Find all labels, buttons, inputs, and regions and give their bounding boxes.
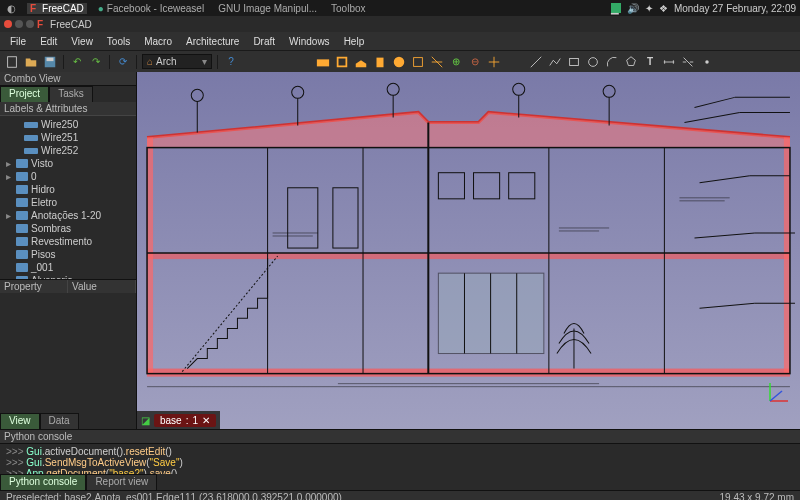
- tab-python-console[interactable]: Python console: [0, 474, 86, 490]
- arch-window-icon[interactable]: [410, 54, 426, 70]
- tray-network-icon[interactable]: ▁: [611, 3, 621, 13]
- tree-item-wire[interactable]: Wire252: [0, 144, 136, 157]
- viewport-3d[interactable]: ◪ base : 1 ✕: [137, 72, 800, 429]
- tree-item-folder[interactable]: ▸0: [0, 170, 136, 183]
- workbench-select[interactable]: ⌂Arch▾: [142, 54, 212, 69]
- taskbar-clock[interactable]: Monday 27 February, 22:09: [674, 3, 796, 14]
- refresh-icon[interactable]: ⟳: [115, 54, 131, 70]
- arch-remove-icon[interactable]: ⊖: [467, 54, 483, 70]
- svg-rect-24: [288, 188, 318, 248]
- window-min-icon[interactable]: [15, 20, 23, 28]
- arch-add-icon[interactable]: ⊕: [448, 54, 464, 70]
- draft-text-icon[interactable]: T: [642, 54, 658, 70]
- tree-item-wire[interactable]: Wire250: [0, 118, 136, 131]
- menu-draft[interactable]: Draft: [247, 34, 281, 49]
- menu-macro[interactable]: Macro: [138, 34, 178, 49]
- tray-misc-icon[interactable]: ✦: [645, 3, 653, 14]
- draft-dim-icon[interactable]: [661, 54, 677, 70]
- taskbar-app-browser[interactable]: ● Facebook - Iceweasel: [95, 3, 207, 14]
- tree-item-folder[interactable]: Eletro: [0, 196, 136, 209]
- arch-floor-icon[interactable]: [353, 54, 369, 70]
- arch-building-icon[interactable]: [372, 54, 388, 70]
- tree-item-folder[interactable]: Sombras: [0, 222, 136, 235]
- svg-rect-12: [147, 138, 153, 374]
- taskbar-app-freecad[interactable]: FFreeCAD: [27, 3, 87, 14]
- os-taskbar: ◐ FFreeCAD ● Facebook - Iceweasel GNU Im…: [0, 0, 800, 16]
- whatsthis-icon[interactable]: ?: [223, 54, 239, 70]
- svg-line-30: [182, 256, 277, 372]
- svg-line-62: [770, 391, 782, 401]
- tab-data[interactable]: Data: [40, 413, 79, 429]
- axes-indicator: [764, 377, 794, 407]
- arch-struct-icon[interactable]: [334, 54, 350, 70]
- svg-rect-3: [317, 59, 329, 66]
- undo-icon[interactable]: ↶: [69, 54, 85, 70]
- taskbar-app-toolbox[interactable]: Toolbox: [328, 3, 368, 14]
- tree-item-wire[interactable]: Wire251: [0, 131, 136, 144]
- layer-icon[interactable]: ◪: [141, 415, 150, 426]
- menu-help[interactable]: Help: [338, 34, 371, 49]
- draft-polygon-icon[interactable]: [623, 54, 639, 70]
- property-panel[interactable]: [0, 293, 136, 413]
- tab-project[interactable]: Project: [0, 86, 49, 102]
- menu-tools[interactable]: Tools: [101, 34, 136, 49]
- svg-rect-26: [438, 273, 543, 353]
- svg-line-42: [695, 97, 735, 107]
- svg-point-40: [603, 85, 615, 97]
- svg-line-48: [695, 233, 755, 238]
- draft-wire-icon[interactable]: [547, 54, 563, 70]
- save-icon[interactable]: [42, 54, 58, 70]
- draft-line-icon[interactable]: [528, 54, 544, 70]
- draft-point-icon[interactable]: [699, 54, 715, 70]
- new-icon[interactable]: [4, 54, 20, 70]
- taskbar-app-gimp[interactable]: GNU Image Manipul...: [215, 3, 320, 14]
- arch-wall-icon[interactable]: [315, 54, 331, 70]
- draft-circle-icon[interactable]: [585, 54, 601, 70]
- model-tree[interactable]: Wire250 Wire251 Wire252 ▸Visto ▸0 Hidro …: [0, 116, 136, 279]
- tree-item-folder[interactable]: Revestimento: [0, 235, 136, 248]
- main-toolbar: ↶ ↷ ⟳ ⌂Arch▾ ? ⊕ ⊖ T: [0, 50, 800, 72]
- tree-item-folder[interactable]: ▸Visto: [0, 157, 136, 170]
- tab-tasks[interactable]: Tasks: [49, 86, 93, 102]
- svg-rect-22: [474, 173, 500, 199]
- tab-report-view[interactable]: Report view: [86, 474, 157, 490]
- menu-file[interactable]: File: [4, 34, 32, 49]
- property-header: PropertyValue: [0, 279, 136, 293]
- window-title: FreeCAD: [50, 19, 92, 30]
- tray-volume-icon[interactable]: 🔊: [627, 3, 639, 14]
- menu-windows[interactable]: Windows: [283, 34, 336, 49]
- window-max-icon[interactable]: [26, 20, 34, 28]
- svg-line-50: [700, 303, 755, 308]
- svg-rect-10: [147, 369, 790, 377]
- menu-edit[interactable]: Edit: [34, 34, 63, 49]
- open-icon[interactable]: [23, 54, 39, 70]
- close-icon[interactable]: ✕: [202, 415, 210, 426]
- taskbar-menu-icon[interactable]: ◐: [4, 3, 19, 14]
- draft-arc-icon[interactable]: [604, 54, 620, 70]
- arch-section-icon[interactable]: [429, 54, 445, 70]
- svg-rect-11: [147, 253, 790, 259]
- viewport-statusbar: ◪ base : 1 ✕: [137, 411, 220, 429]
- document-chip[interactable]: base : 1 ✕: [154, 414, 216, 427]
- menu-architecture[interactable]: Architecture: [180, 34, 245, 49]
- statusbar: Preselected: base2.Anota_es001.Edge111 (…: [0, 490, 800, 500]
- tree-item-folder[interactable]: Pisos: [0, 248, 136, 261]
- tree-item-folder[interactable]: ▸Anotações 1-20: [0, 209, 136, 222]
- menu-view[interactable]: View: [65, 34, 99, 49]
- draft-dim2-icon[interactable]: [680, 54, 696, 70]
- arch-axis-icon[interactable]: [486, 54, 502, 70]
- svg-point-32: [191, 89, 203, 101]
- window-close-icon[interactable]: [4, 20, 12, 28]
- redo-icon[interactable]: ↷: [88, 54, 104, 70]
- svg-line-44: [684, 112, 739, 122]
- tree-item-folder[interactable]: _001: [0, 261, 136, 274]
- tree-item-folder[interactable]: Hidro: [0, 183, 136, 196]
- tab-view[interactable]: View: [0, 413, 40, 429]
- console-title: Python console: [0, 430, 800, 444]
- draft-rect-icon[interactable]: [566, 54, 582, 70]
- tray-misc2-icon[interactable]: ❖: [659, 3, 668, 14]
- arch-site-icon[interactable]: [391, 54, 407, 70]
- python-console[interactable]: >>> Gui.activeDocument().resetEdit()>>> …: [0, 444, 800, 474]
- svg-point-34: [292, 86, 304, 98]
- combo-view-title: Combo View: [0, 72, 136, 86]
